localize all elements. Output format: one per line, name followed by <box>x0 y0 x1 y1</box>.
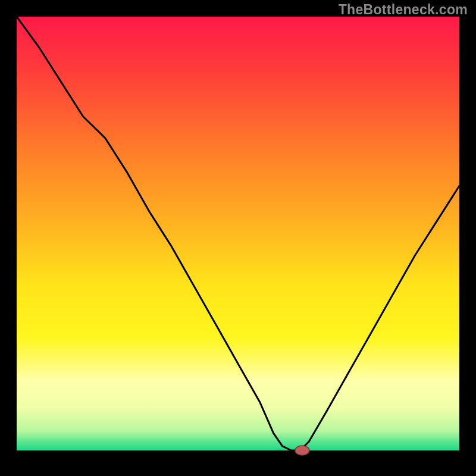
watermark-label: TheBottleneck.com <box>339 2 468 18</box>
chart-container: TheBottleneck.com <box>0 0 476 476</box>
bottleneck-chart <box>0 0 476 476</box>
minimum-marker <box>295 446 309 455</box>
plot-background <box>17 17 459 450</box>
